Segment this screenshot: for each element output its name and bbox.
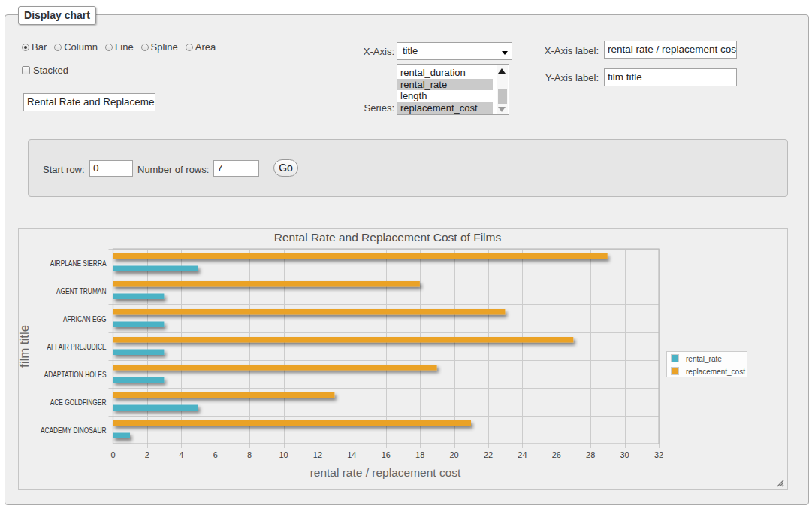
svg-text:18: 18 <box>415 450 424 459</box>
svg-text:12: 12 <box>313 450 322 459</box>
svg-text:32: 32 <box>654 450 663 459</box>
svg-text:ACE GOLDFINGER: ACE GOLDFINGER <box>50 398 107 407</box>
svg-text:rental rate / replacement cost: rental rate / replacement cost <box>310 466 461 479</box>
svg-text:28: 28 <box>586 450 595 459</box>
svg-text:22: 22 <box>484 450 493 459</box>
svg-text:ACADEMY DINOSAUR: ACADEMY DINOSAUR <box>41 426 107 435</box>
svg-text:Rental Rate and Replacement Co: Rental Rate and Replacement Cost of Film… <box>274 231 502 244</box>
svg-text:0: 0 <box>110 450 115 459</box>
svg-text:20: 20 <box>449 450 458 459</box>
svg-text:AFRICAN EGG: AFRICAN EGG <box>63 314 107 323</box>
svg-text:6: 6 <box>213 450 218 459</box>
svg-text:ADAPTATION HOLES: ADAPTATION HOLES <box>44 370 107 379</box>
svg-text:2: 2 <box>145 450 149 459</box>
svg-text:30: 30 <box>620 450 629 459</box>
svg-text:16: 16 <box>382 450 391 459</box>
svg-text:24: 24 <box>518 450 527 459</box>
svg-text:film title: film title <box>18 325 31 368</box>
svg-text:8: 8 <box>247 450 252 459</box>
svg-text:26: 26 <box>552 450 561 459</box>
svg-text:10: 10 <box>279 450 288 459</box>
svg-text:AIRPLANE SIERRA: AIRPLANE SIERRA <box>50 259 107 268</box>
svg-text:4: 4 <box>179 450 183 459</box>
svg-text:AFFAIR PREJUDICE: AFFAIR PREJUDICE <box>47 342 107 351</box>
svg-text:AGENT TRUMAN: AGENT TRUMAN <box>56 286 107 295</box>
svg-text:14: 14 <box>347 450 356 459</box>
